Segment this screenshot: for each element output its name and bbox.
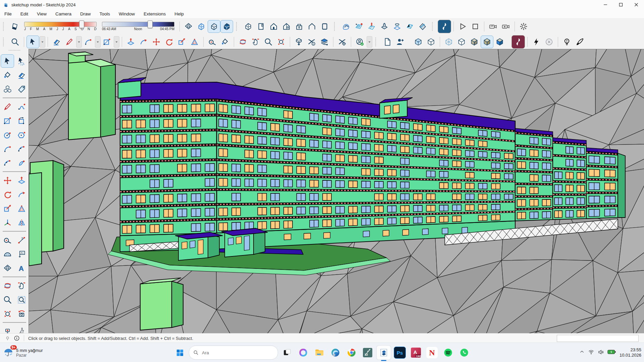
menu-window[interactable]: Window [114,10,139,17]
zoom-tool-button[interactable] [9,36,21,48]
date-slider-thumb[interactable] [79,20,84,28]
text-tool-button[interactable]: A1 [15,247,28,261]
freehand-tool-button[interactable] [15,100,28,113]
view-top-button[interactable] [255,20,267,33]
zoom-extents-tool-button[interactable] [1,307,14,320]
battery-charging-icon[interactable] [607,349,616,356]
view-right-button[interactable] [280,20,293,33]
tag-tool-button[interactable] [15,82,28,96]
info-icon[interactable] [14,335,20,341]
menu-view[interactable]: View [33,10,51,17]
view-left-button[interactable] [306,20,318,33]
menu-edit[interactable]: Edit [16,10,33,17]
move-tool-button[interactable] [150,36,163,48]
offset-tool-button[interactable] [188,36,201,48]
toolbar-grip[interactable] [236,22,239,31]
follow-me-tool-button[interactable] [137,36,150,48]
sandbox-stamp-button[interactable] [378,20,391,33]
push-pull-tool-button[interactable] [15,174,28,187]
menu-file[interactable]: File [0,10,16,17]
shadow-time-slider[interactable]: 06:43 AMNoon04:45 PM [102,22,174,31]
menu-draw[interactable]: Draw [76,10,95,17]
arc-tool-button[interactable] [1,142,14,156]
zoom-window-tool-button[interactable] [15,293,28,306]
toggle-shadows-button[interactable] [9,20,21,33]
close-button[interactable] [629,0,644,9]
account-dropdown[interactable] [367,36,372,48]
menu-tools[interactable]: Tools [95,10,115,17]
search-input[interactable] [201,350,260,356]
menu-camera[interactable]: Camera [51,10,76,17]
add-collaborator-button[interactable] [394,36,407,48]
3d-text-tool-button[interactable]: A [15,261,28,275]
axes-compass-tool-button[interactable]: CA-B [1,261,14,275]
sandbox-add-detail-button[interactable] [404,20,416,33]
scale-tool-button[interactable] [1,202,14,215]
stop-animation-button[interactable] [469,20,482,33]
photoshop-app-taskbar-icon[interactable]: Ps [393,346,407,360]
measurements-input[interactable] [557,335,639,342]
file-explorer-app-taskbar-icon[interactable] [312,346,326,360]
pan-tool-button[interactable] [15,279,28,292]
wifi-icon[interactable] [588,349,594,357]
autocad-app-taskbar-icon[interactable]: ACAD [409,346,423,360]
send-to-layout-button[interactable] [318,36,331,48]
style-monochrome-button[interactable] [493,36,506,48]
whatsapp-app-taskbar-icon[interactable] [457,346,471,360]
netflix-app-taskbar-icon[interactable]: N [425,346,439,360]
offset-tool-button[interactable] [15,202,28,215]
dimensions-tool-button[interactable]: 3 [15,233,28,247]
extension-manager-button[interactable] [336,36,348,48]
minimize-button[interactable] [598,0,613,9]
start-button[interactable] [173,346,187,360]
lumion-12-app-taskbar-icon[interactable]: 12 [361,346,375,360]
style-shaded-textures-button[interactable] [481,36,493,48]
3d-warehouse-button[interactable] [292,36,305,48]
arc-tool-button[interactable] [82,36,95,48]
toolbar-grip[interactable] [432,22,435,31]
orbit-tool-button[interactable] [1,279,14,292]
share-model-button[interactable] [305,36,318,48]
rectangle-tool-button[interactable] [101,36,113,48]
lasso-select-tool-button[interactable] [15,54,28,68]
protractor-tool-button[interactable] [1,247,14,261]
new-file-button[interactable] [381,36,394,48]
cancel-circle-button[interactable] [543,36,555,48]
toolbar-grip[interactable] [3,38,6,46]
spotify-app-taskbar-icon[interactable] [441,346,455,360]
rotate-tool-button[interactable] [163,36,175,48]
three-point-arc-tool-button[interactable] [1,156,14,170]
speaker-icon[interactable] [598,349,604,357]
pan-tool-button[interactable] [249,36,262,48]
shadow-mode-xray-button[interactable] [195,20,208,33]
view-front-button[interactable] [267,20,280,33]
zoom-tool-button[interactable] [1,293,14,306]
eraser-tool-button[interactable] [50,36,63,48]
edge-app-taskbar-icon[interactable] [328,346,342,360]
sketchup-app-taskbar-icon[interactable] [377,346,391,360]
account-avatar-button[interactable] [354,36,366,48]
select-tool-button[interactable] [1,54,14,68]
view-plan-button[interactable] [318,20,331,33]
extension-logo-blue-button[interactable] [438,20,451,33]
sandbox-flip-edge-button[interactable] [416,20,429,33]
play-animation-button[interactable] [456,20,469,33]
scale-tool-button[interactable] [175,36,188,48]
palette-grip[interactable] [9,50,20,53]
close-camera-button[interactable] [499,20,512,33]
time-slider-thumb[interactable] [148,20,153,28]
view-back-button[interactable] [293,20,306,33]
toolbar-grip[interactable] [375,38,379,46]
brush-tool-button[interactable] [573,36,586,48]
taskbar-weather-widget[interactable]: 9+ 5 mm yağmur Pazar [3,348,43,358]
menu-help[interactable]: Help [170,10,188,17]
position-camera-tool-button[interactable] [1,324,14,333]
polygon-tool-button[interactable] [15,128,28,141]
rectangle-tool-dropdown[interactable] [114,36,119,48]
rotated-rectangle-tool-button[interactable] [15,114,28,127]
orbit-tool-button[interactable] [236,36,249,48]
sandbox-from-contours-button[interactable] [340,20,353,33]
geolocation-icon[interactable] [5,336,10,341]
paint-bucket-tool-button[interactable] [219,36,231,48]
shadow-mode-solid-button[interactable] [220,20,233,33]
